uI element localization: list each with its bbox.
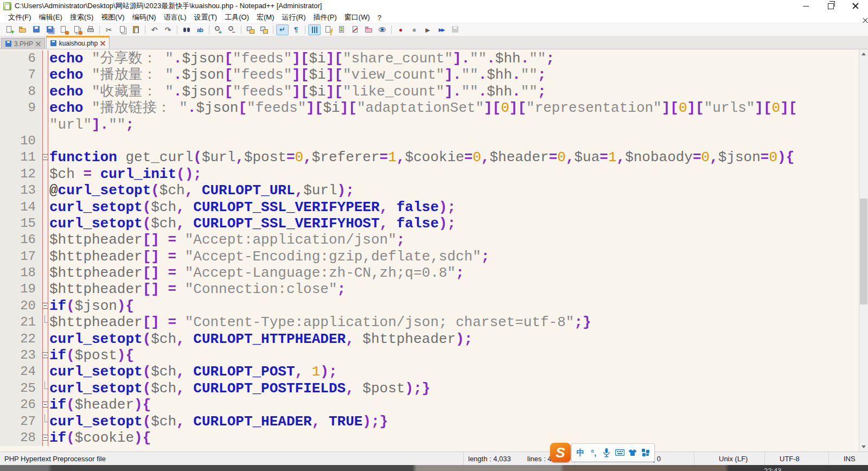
code-line[interactable]: 12$ch = curl_init();: [0, 166, 859, 182]
fold-collapse-icon[interactable]: [42, 154, 48, 160]
toolbox-icon[interactable]: [640, 446, 652, 459]
scroll-up-button[interactable]: [859, 49, 868, 59]
code-line[interactable]: 14curl_setopt($ch, CURLOPT_SSL_VERIFYPEE…: [0, 199, 859, 215]
new-file-button[interactable]: [3, 24, 15, 35]
code-line[interactable]: 21$httpheader[] = "Content-Type:applicat…: [0, 314, 859, 330]
code-line[interactable]: 26if($header){: [0, 397, 859, 413]
function-list-button[interactable]: [322, 24, 334, 35]
ime-toolbar[interactable]: S 中°,: [550, 442, 655, 463]
fold-margin[interactable]: [42, 397, 48, 413]
menu-item-help[interactable]: ?: [374, 12, 385, 23]
menu-item-plugins[interactable]: 插件(P): [310, 11, 341, 23]
save-all-button[interactable]: [43, 24, 56, 35]
close-all-button[interactable]: [71, 24, 83, 35]
code-line[interactable]: 28if($cookie){: [0, 430, 859, 446]
cut-button[interactable]: ✂: [103, 24, 115, 35]
replace-button[interactable]: ab: [194, 24, 206, 35]
tab-kuaishou-php[interactable]: kuaishou.php: [46, 36, 110, 49]
monitoring-button[interactable]: [376, 24, 388, 35]
code-line[interactable]: 15curl_setopt($ch, CURLOPT_SSL_VERIFYHOS…: [0, 215, 859, 232]
macro-play-button[interactable]: ▶: [422, 24, 434, 35]
code-line[interactable]: 6echo "分享数： ".$json["feeds"][$i]["share_…: [0, 50, 859, 67]
close-button[interactable]: [57, 24, 69, 35]
code-line[interactable]: 9echo "播放链接： ".$json["feeds"][$i]["adapt…: [0, 100, 859, 116]
menu-item-encoding[interactable]: 编码(N): [129, 11, 160, 23]
indent-guide-button[interactable]: [308, 24, 321, 35]
paste-button[interactable]: [130, 24, 142, 35]
status-eol-format[interactable]: Unix (LF): [694, 452, 765, 465]
skin-icon[interactable]: [627, 446, 639, 459]
tab-close-icon[interactable]: [36, 41, 41, 46]
code-line[interactable]: 22curl_setopt($ch, CURLOPT_HTTPHEADER, $…: [0, 331, 859, 347]
show-all-chars-button[interactable]: ¶: [290, 24, 302, 35]
menu-item-edit[interactable]: 编辑(E): [35, 11, 66, 23]
microphone-icon[interactable]: [601, 446, 612, 459]
menu-item-tools[interactable]: 工具(O): [221, 11, 253, 23]
macro-stop-button[interactable]: ■: [408, 24, 420, 35]
save-button[interactable]: [30, 24, 42, 35]
scrollbar-thumb[interactable]: [860, 199, 867, 304]
close-button[interactable]: [843, 0, 868, 12]
menu-item-language[interactable]: 语言(L): [160, 11, 190, 23]
restore-button[interactable]: [818, 0, 843, 12]
redo-button[interactable]: ↷: [162, 24, 174, 35]
menu-item-run[interactable]: 运行(R): [278, 11, 309, 23]
code-line[interactable]: 11function get_curl($url,$post=0,$refere…: [0, 149, 859, 166]
punctuation-icon[interactable]: °,: [588, 446, 599, 459]
fold-collapse-icon[interactable]: [42, 402, 48, 408]
chinese-mode-icon[interactable]: 中: [575, 446, 586, 459]
fold-margin[interactable]: [42, 149, 48, 166]
macro-save-button[interactable]: [449, 24, 461, 35]
menu-item-view[interactable]: 视图(V): [97, 11, 128, 23]
code-line[interactable]: 8echo "收藏量： ".$json["feeds"][$i]["like_c…: [0, 84, 859, 100]
tab-3-php[interactable]: 3.PHP: [1, 38, 45, 49]
fold-collapse-icon[interactable]: [42, 435, 48, 441]
sync-vertical-button[interactable]: [244, 24, 257, 35]
word-wrap-button[interactable]: ↵: [276, 24, 289, 35]
menu-item-search[interactable]: 搜索(S): [66, 11, 97, 23]
doc-switcher-button[interactable]: [349, 24, 361, 35]
copy-button[interactable]: [116, 24, 129, 35]
fold-collapse-icon[interactable]: [42, 303, 48, 309]
minimize-button[interactable]: [793, 0, 818, 12]
code-line[interactable]: 27curl_setopt($ch, CURLOPT_HEADER, TRUE)…: [0, 413, 859, 430]
status-encoding[interactable]: UTF-8: [765, 452, 829, 465]
macro-run-multiple-button[interactable]: ▶▶: [435, 24, 448, 35]
zoom-out-button[interactable]: [226, 24, 238, 35]
soft-keyboard-icon[interactable]: [614, 446, 626, 459]
undo-button[interactable]: ↶: [148, 24, 161, 35]
folder-workspace-button[interactable]: [362, 24, 375, 35]
code-line[interactable]: 10: [0, 133, 859, 149]
code-line[interactable]: 18$httpheader[] = "Accept-Language:zh-CN…: [0, 265, 859, 281]
open-file-button[interactable]: [16, 24, 29, 35]
code-line[interactable]: 7echo "播放量： ".$json["feeds"][$i]["view_c…: [0, 67, 859, 83]
macro-record-button[interactable]: ●: [394, 24, 407, 35]
code-line[interactable]: 23if($post){: [0, 347, 859, 364]
scroll-down-button[interactable]: [859, 442, 868, 451]
fold-margin[interactable]: [42, 430, 48, 446]
code-line[interactable]: 17$httpheader[] = "Accept-Encoding:gzip,…: [0, 249, 859, 265]
sync-horizontal-button[interactable]: [258, 24, 270, 35]
code-line[interactable]: 25curl_setopt($ch, CURLOPT_POSTFIELDS, $…: [0, 380, 859, 397]
code-line[interactable]: 20if($json){: [0, 298, 859, 314]
tab-close-icon[interactable]: [100, 41, 105, 46]
find-button[interactable]: [180, 24, 193, 35]
code-line[interactable]: 13@curl_setopt($ch, CURLOPT_URL,$url);: [0, 182, 859, 199]
menu-item-settings[interactable]: 设置(T): [190, 11, 221, 23]
print-button[interactable]: [84, 24, 97, 35]
menu-item-macro[interactable]: 宏(M): [253, 11, 278, 23]
code-line[interactable]: "url"]."";: [0, 117, 859, 133]
fold-margin[interactable]: [42, 298, 48, 314]
fold-margin[interactable]: [42, 347, 48, 364]
status-insert-mode[interactable]: INS: [829, 452, 868, 465]
code-line[interactable]: 19$httpheader[] = "Connection:close";: [0, 281, 859, 297]
code-line[interactable]: 16$httpheader[] = "Accept:application/js…: [0, 232, 859, 248]
code-area[interactable]: 6echo "分享数： ".$json["feeds"][$i]["share_…: [0, 49, 859, 451]
editor[interactable]: 6echo "分享数： ".$json["feeds"][$i]["share_…: [0, 49, 868, 451]
doc-map-button[interactable]: [335, 24, 348, 35]
code-line[interactable]: 24curl_setopt($ch, CURLOPT_POST, 1);: [0, 364, 859, 380]
menu-item-window[interactable]: 窗口(W): [341, 11, 374, 23]
fold-collapse-icon[interactable]: [42, 352, 48, 358]
vertical-scrollbar[interactable]: [859, 49, 868, 451]
menu-item-file[interactable]: 文件(F): [4, 11, 35, 23]
